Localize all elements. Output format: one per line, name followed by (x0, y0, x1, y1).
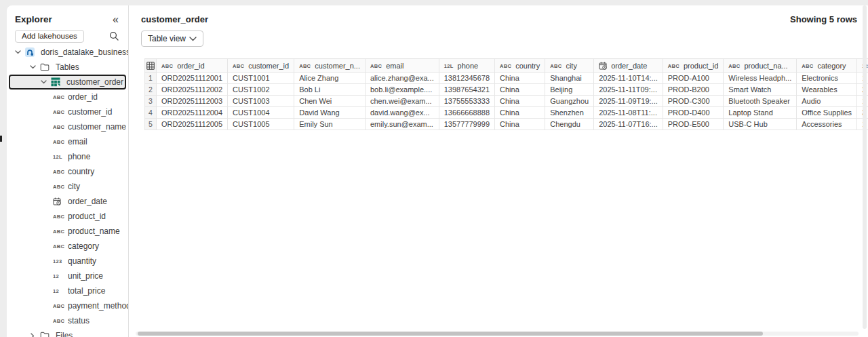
table-cell[interactable]: chen.wei@exam... (365, 96, 439, 107)
table-cell[interactable]: Wireless Headph... (724, 73, 797, 84)
table-cell[interactable]: Bluetooth Speaker (724, 96, 797, 107)
table-cell[interactable]: PROD-C300 (663, 96, 724, 107)
table-cell[interactable]: China (495, 107, 545, 119)
column-header-product_na[interactable]: ABCproduct_na... (724, 59, 797, 73)
table-cell[interactable]: 2025-11-07T16:... (594, 119, 663, 130)
sidebar-item-lakehouse[interactable]: doris_datalake_business (7, 45, 128, 60)
table-cell[interactable]: China (495, 84, 545, 96)
column-header-product_id[interactable]: ABCproduct_id (663, 59, 724, 73)
table-cell[interactable]: China (495, 119, 545, 130)
column-header-customer_n[interactable]: ABCcustomer_n... (294, 59, 366, 73)
table-cell[interactable]: Electronics (797, 73, 857, 84)
sidebar-column-product_id[interactable]: ABCproduct_id (7, 209, 128, 224)
table-cell[interactable]: david.wang@ex... (365, 107, 439, 119)
add-lakehouses-button[interactable]: Add lakehouses (15, 30, 84, 43)
table-cell[interactable]: 13987654321 (439, 84, 494, 96)
table-cell[interactable]: emily.sun@exam... (365, 119, 439, 130)
table-cell[interactable]: David Wang (294, 107, 366, 119)
table-cell[interactable]: 13812345678 (439, 73, 494, 84)
table-cell[interactable]: China (495, 96, 545, 107)
select-all-corner-cell[interactable] (145, 59, 157, 73)
sidebar-column-email[interactable]: ABCemail (7, 134, 128, 149)
table-cell[interactable]: 13577779999 (439, 119, 494, 130)
table-cell[interactable]: Wearables (797, 84, 857, 96)
sidebar-column-category[interactable]: ABCcategory (7, 239, 128, 254)
column-header-email[interactable]: ABCemail (365, 59, 439, 73)
sidebar-item-customer-order[interactable]: customer_order (9, 75, 126, 90)
column-header-category[interactable]: ABCcategory (797, 59, 857, 73)
table-row[interactable]: 1ORD20251112001CUST1001Alice Zhangalice.… (145, 73, 868, 84)
table-row[interactable]: 4ORD20251112004CUST1004David Wangdavid.w… (145, 107, 868, 119)
table-cell[interactable]: Chengdu (545, 119, 594, 130)
table-cell[interactable]: CUST1004 (228, 107, 294, 119)
table-cell[interactable]: ORD20251112001 (157, 73, 228, 84)
sidebar-column-payment_method[interactable]: ABCpayment_method (7, 298, 128, 313)
table-cell[interactable]: Emily Sun (294, 119, 366, 130)
horizontal-scrollbar-thumb[interactable] (138, 332, 763, 336)
table-cell[interactable]: 2025-11-09T19:... (594, 96, 663, 107)
table-cell[interactable]: 2025-11-11T09:... (594, 84, 663, 96)
sidebar-column-total_price[interactable]: 12total_price (7, 283, 128, 298)
sidebar-column-unit_price[interactable]: 12unit_price (7, 269, 128, 283)
table-cell[interactable]: 2025-11-10T14:... (594, 73, 663, 84)
table-cell[interactable]: PROD-B200 (663, 84, 724, 96)
sidebar-column-quantity[interactable]: 123quantity (7, 254, 128, 269)
column-header-order_date[interactable]: order_date (594, 59, 663, 73)
chevron-right-icon[interactable] (27, 333, 38, 337)
collapse-sidebar-icon[interactable]: « (113, 15, 119, 24)
table-cell[interactable]: Laptop Stand (724, 107, 797, 119)
table-cell[interactable]: Accessories (797, 119, 857, 130)
table-cell[interactable]: CUST1005 (228, 119, 294, 130)
view-selector-dropdown[interactable]: Table view (141, 31, 203, 47)
table-cell[interactable]: China (495, 73, 545, 84)
table-cell[interactable]: Guangzhou (545, 96, 594, 107)
table-cell[interactable]: 13666668888 (439, 107, 494, 119)
table-cell[interactable]: alice.zhang@exa... (365, 73, 439, 84)
sidebar-column-customer_id[interactable]: ABCcustomer_id (7, 104, 128, 119)
search-icon[interactable] (109, 31, 119, 41)
sidebar-item-tables-folder[interactable]: Tables (7, 60, 128, 75)
column-header-customer_id[interactable]: ABCcustomer_id (228, 59, 294, 73)
sidebar-column-status[interactable]: ABCstatus (7, 313, 128, 328)
chevron-down-icon[interactable] (38, 80, 49, 84)
sidebar-column-order_id[interactable]: ABCorder_id (7, 90, 128, 104)
table-cell[interactable]: Bob Li (294, 84, 366, 96)
table-cell[interactable]: USB-C Hub (724, 119, 797, 130)
table-cell[interactable]: ORD20251112004 (157, 107, 228, 119)
sidebar-column-product_name[interactable]: ABCproduct_name (7, 224, 128, 239)
table-cell[interactable]: 13755553333 (439, 96, 494, 107)
column-header-city[interactable]: ABCcity (545, 59, 594, 73)
table-cell[interactable]: PROD-D400 (663, 107, 724, 119)
table-cell[interactable]: CUST1002 (228, 84, 294, 96)
table-row[interactable]: 2ORD20251112002CUST1002Bob Libob.li@exam… (145, 84, 868, 96)
vertical-scrollbar[interactable] (863, 5, 867, 329)
sidebar-column-city[interactable]: ABCcity (7, 179, 128, 194)
table-cell[interactable]: bob.li@example.... (365, 84, 439, 96)
table-cell[interactable]: Office Supplies (797, 107, 857, 119)
sidebar-column-customer_name[interactable]: ABCcustomer_name (7, 119, 128, 134)
column-header-phone[interactable]: 12Lphone (439, 59, 494, 73)
chevron-down-icon[interactable] (27, 65, 38, 69)
sidebar-column-country[interactable]: ABCcountry (7, 164, 128, 179)
sidebar-item-files-folder[interactable]: Files (7, 328, 128, 337)
column-header-order_id[interactable]: ABCorder_id (157, 59, 228, 73)
table-cell[interactable]: Shanghai (545, 73, 594, 84)
table-row[interactable]: 3ORD20251112003CUST1003Chen Weichen.wei@… (145, 96, 868, 107)
table-cell[interactable]: Alice Zhang (294, 73, 366, 84)
table-cell[interactable]: Chen Wei (294, 96, 366, 107)
table-cell[interactable]: ORD20251112002 (157, 84, 228, 96)
table-cell[interactable]: CUST1003 (228, 96, 294, 107)
sidebar-column-order_date[interactable]: order_date (7, 194, 128, 209)
table-cell[interactable]: Smart Watch (724, 84, 797, 96)
table-cell[interactable]: PROD-A100 (663, 73, 724, 84)
table-row[interactable]: 5ORD20251112005CUST1005Emily Sunemily.su… (145, 119, 868, 130)
table-cell[interactable]: ORD20251112005 (157, 119, 228, 130)
table-cell[interactable]: Audio (797, 96, 857, 107)
chevron-down-icon[interactable] (12, 50, 23, 54)
column-header-country[interactable]: ABCcountry (495, 59, 545, 73)
table-cell[interactable]: Beijing (545, 84, 594, 96)
table-cell[interactable]: Shenzhen (545, 107, 594, 119)
table-cell[interactable]: ORD20251112003 (157, 96, 228, 107)
table-cell[interactable]: 2025-11-08T11:... (594, 107, 663, 119)
table-cell[interactable]: CUST1001 (228, 73, 294, 84)
